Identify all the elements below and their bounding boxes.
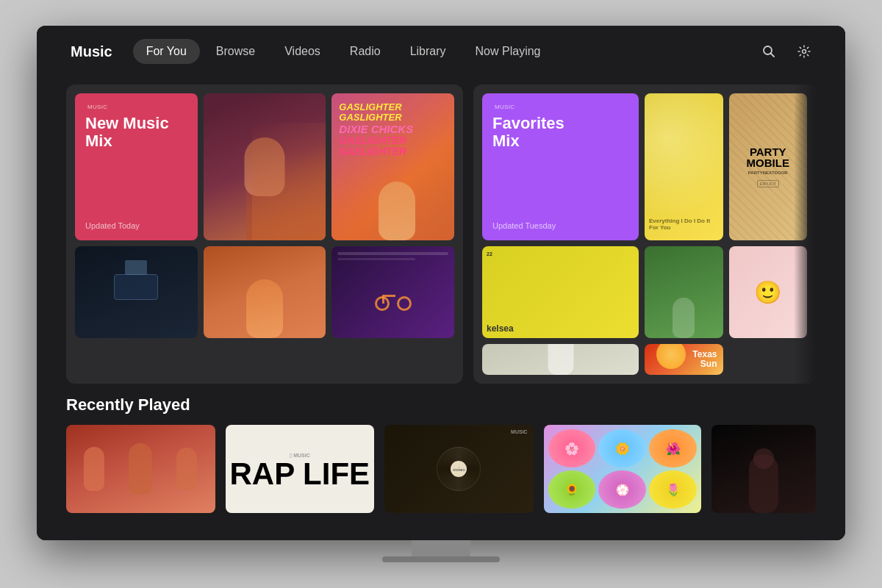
red-hair-tile[interactable] (204, 246, 326, 338)
favorites-subtitle: Mix (492, 132, 628, 150)
nav-browse[interactable]: Browse (203, 39, 268, 64)
nav-library[interactable]: Library (397, 39, 459, 64)
settings-icon (797, 45, 811, 58)
dark-window-tile[interactable] (75, 246, 198, 338)
recently-played-title: Recently Played (66, 395, 816, 415)
recently-item-vinyl[interactable]: ♪STEREO MUSIC (384, 425, 534, 513)
search-icon (762, 45, 775, 58)
nav-bar: Music For You Browse Videos Radio Librar… (37, 26, 845, 77)
abstract-purple-tile[interactable] (331, 246, 454, 338)
left-featured-card: MUSIC New Music Mix Updated Today (66, 85, 463, 384)
nav-for-you[interactable]: For You (133, 39, 200, 64)
recently-item-flowers[interactable]: 🌸 🌼 🌺 🌻 💮 🌷 (544, 425, 702, 513)
screen: Music For You Browse Videos Radio Librar… (37, 26, 845, 540)
right-featured-card: MUSIC Favorites Mix Updated Tuesday (473, 85, 816, 384)
texas-sun-text: TexasSun (692, 350, 717, 369)
recently-played-section: Recently Played (66, 395, 816, 513)
recently-played-row:  MUSIC RAP LIFE ♪STEREO (66, 425, 816, 513)
new-music-title: New Music (85, 115, 187, 132)
new-music-subtitle: Mix (85, 132, 187, 150)
singer-photo-tile[interactable] (204, 93, 326, 240)
svg-point-2 (803, 50, 806, 54)
favorites-title: Favorites (492, 115, 628, 132)
gaslighter-tile[interactable]: GASLIGHTER GASLIGHTER DIXIE CHICKS GASLI… (331, 93, 454, 240)
gaslighter-line-4: GASLIGHTER (339, 146, 447, 157)
favorites-mix-tile[interactable]: MUSIC Favorites Mix Updated Tuesday (482, 93, 639, 240)
gaslighter-line-1: GASLIGHTER (339, 102, 447, 112)
tv-frame: Music For You Browse Videos Radio Librar… (37, 26, 845, 540)
gaslighter-line-3: GASLIGHTER (339, 135, 447, 146)
recently-item-dark-figure[interactable] (711, 425, 816, 513)
nav-items: For You Browse Videos Radio Library Now … (133, 39, 751, 64)
texas-sun-tile[interactable]: TexasSun (645, 344, 723, 375)
rap-life-text: RAP LIFE (230, 461, 370, 487)
white-dancer-tile[interactable] (482, 344, 639, 375)
app-name: Music (71, 43, 112, 60)
svg-line-1 (771, 54, 775, 57)
nav-now-playing[interactable]: Now Playing (462, 39, 554, 64)
featured-section: MUSIC New Music Mix Updated Today (66, 85, 816, 384)
favorites-badge-label: MUSIC (495, 104, 514, 110)
recently-item-rap-life[interactable]:  MUSIC RAP LIFE (226, 425, 375, 513)
tv-stand (412, 540, 470, 562)
gaslighter-line-2: GASLIGHTER (339, 112, 447, 123)
nav-videos[interactable]: Videos (271, 39, 334, 64)
scroll-hint-right (794, 85, 816, 384)
nav-radio[interactable]: Radio (337, 39, 394, 64)
nav-icons (757, 40, 816, 63)
settings-button[interactable] (792, 40, 816, 63)
new-music-mix-tile[interactable]: MUSIC New Music Mix Updated Today (75, 93, 198, 240)
yellow-album-tile[interactable]: Everything I Do I Do It For You (645, 93, 723, 240)
favorites-badge: MUSIC (492, 104, 628, 110)
main-content: MUSIC New Music Mix Updated Today (37, 77, 845, 540)
partymobile-text: PARTYMOBILE (747, 146, 789, 168)
recently-item-group[interactable] (66, 425, 215, 513)
smiley-icon: 🙂 (754, 279, 781, 305)
kelsea-tile[interactable]: 22 kelsea (482, 246, 639, 338)
search-button[interactable] (757, 40, 781, 63)
music-badge-label: MUSIC (87, 104, 107, 110)
new-music-updated: Updated Today (85, 221, 187, 230)
apple-music-badge: MUSIC (85, 104, 187, 110)
app-logo: Music (66, 43, 112, 60)
favorites-updated: Updated Tuesday (492, 221, 628, 230)
gaslighter-dixie-line: DIXIE CHICKS (339, 123, 447, 136)
woman-field-tile[interactable] (645, 246, 723, 338)
